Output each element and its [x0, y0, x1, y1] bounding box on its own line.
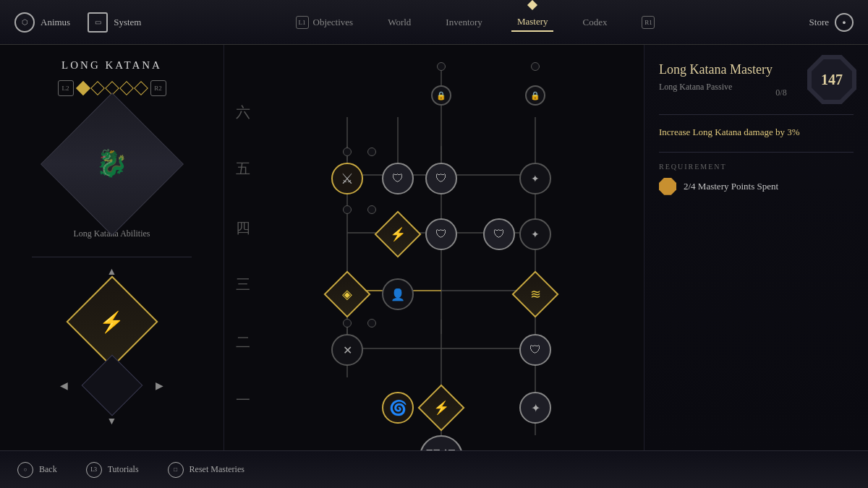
row-label-5: 五	[236, 159, 250, 179]
node-4-right2[interactable]: ✦	[519, 218, 551, 250]
node-4-small-2[interactable]	[367, 205, 376, 214]
node-4-right1[interactable]: 🛡	[483, 218, 515, 250]
reset-icon: □	[168, 462, 184, 478]
panel-description: Increase Long Katana damage by 3%	[659, 125, 854, 140]
node-5-center[interactable]: 🛡	[425, 163, 457, 194]
l1-badge: L1	[296, 16, 309, 29]
divider-1	[659, 114, 854, 115]
ability-diamond-small	[81, 355, 142, 416]
active-indicator	[527, 0, 537, 10]
weapon-title: LONG KATANA	[61, 59, 162, 72]
tutorials-label: Tutorials	[108, 464, 139, 475]
hex-inner: 147	[812, 59, 852, 100]
tutorials-action[interactable]: L3 Tutorials	[86, 462, 139, 478]
tree-container: 六 五 四 三 二 一 🔒 🔒 ⚔ 🛡	[224, 45, 644, 450]
r2-badge: R2	[150, 80, 166, 96]
right-panel: 147 Long Katana Mastery Long Katana Pass…	[644, 45, 868, 450]
reset-label: Reset Masteries	[190, 464, 244, 475]
nav-right: Store ●	[809, 13, 854, 32]
back-icon: ○	[17, 462, 33, 478]
row-label-4: 四	[236, 218, 250, 238]
nav-inventory[interactable]: Inventory	[440, 14, 488, 31]
animus-menu[interactable]: ⬡ Animus	[14, 12, 70, 33]
arrow-left[interactable]: ◀	[56, 377, 73, 394]
panel-title: Long Katana Mastery	[659, 62, 787, 77]
mastery-dot-5	[134, 81, 148, 95]
node-1-center[interactable]: ⚡	[425, 391, 458, 424]
row-label-3: 三	[236, 275, 250, 294]
nav-codex[interactable]: Codex	[576, 14, 613, 31]
mastery-dot-2	[90, 81, 105, 95]
row-label-6: 六	[236, 103, 250, 122]
mastery-count-badge: 147	[807, 55, 856, 104]
tutorials-icon: L3	[86, 462, 102, 478]
animus-label: Animus	[41, 17, 70, 28]
node-4-center[interactable]: 🛡	[425, 218, 457, 250]
top-navigation: ⬡ Animus ▭ System L1 Objectives World In…	[0, 0, 868, 45]
back-label: Back	[39, 464, 57, 475]
panel-progress: 0/8	[775, 87, 786, 98]
skill-tree: 六 五 四 三 二 一 🔒 🔒 ⚔ 🛡	[224, 45, 644, 450]
r1-badge: R1	[642, 16, 655, 29]
node-3-right[interactable]: ≋	[519, 278, 552, 311]
node-4-small-1[interactable]	[343, 205, 352, 214]
nav-left: ⬡ Animus ▭ System	[14, 12, 141, 33]
node-1-left[interactable]: 🌀	[382, 392, 414, 424]
node-5-left-small-1[interactable]	[343, 147, 352, 156]
weapon-image: 🐉	[54, 106, 170, 221]
ability-icon: ⚡	[99, 310, 124, 334]
reset-action[interactable]: □ Reset Masteries	[168, 462, 244, 478]
animus-icon: ⬡	[14, 12, 35, 33]
node-4-left[interactable]: ⚡	[381, 218, 414, 251]
req-item: 2/4 Mastery Points Spent	[659, 178, 854, 195]
node-2-right[interactable]: 🛡	[519, 334, 551, 366]
store-icon: ●	[835, 13, 854, 32]
nav-mastery[interactable]: Mastery	[511, 13, 554, 32]
system-menu[interactable]: ▭ System	[88, 12, 141, 33]
ability-showcase[interactable]: ⚡	[76, 286, 148, 358]
req-hex-icon	[659, 178, 676, 195]
node-2-small-2[interactable]	[367, 319, 376, 328]
node-5-left-small-2[interactable]	[367, 147, 376, 156]
left-panel: LONG KATANA L2 R2 🐉 Long Katana Abilitie…	[0, 45, 224, 450]
node-6-right[interactable]	[531, 62, 540, 71]
nav-world[interactable]: World	[382, 14, 417, 31]
nav-center: L1 Objectives World Inventory Mastery Co…	[141, 13, 809, 32]
nav-objectives[interactable]: L1 Objectives	[290, 13, 359, 32]
node-2-left[interactable]: ✕	[331, 334, 363, 366]
panel-subtitle: Long Katana Passive	[659, 82, 732, 93]
back-action[interactable]: ○ Back	[17, 462, 57, 478]
node-2-small-1[interactable]	[343, 319, 352, 328]
node-1-right[interactable]: ✦	[519, 392, 551, 424]
node-6-center[interactable]	[437, 62, 446, 71]
system-icon: ▭	[88, 12, 108, 33]
bottom-bar: ○ Back L3 Tutorials □ Reset Masteries	[0, 450, 868, 488]
req-text: 2/4 Mastery Points Spent	[684, 181, 778, 192]
node-3-left[interactable]: ◈	[331, 278, 364, 311]
system-label: System	[114, 17, 141, 28]
row-label-2: 二	[236, 333, 250, 352]
mastery-dot-4	[119, 81, 134, 95]
mastery-dot-1	[76, 81, 90, 95]
weapon-emoji: 🐉	[95, 148, 128, 179]
node-5-left[interactable]: ⚔	[331, 163, 363, 194]
arrow-right[interactable]: ▶	[151, 377, 169, 394]
store-button[interactable]: Store ●	[809, 13, 854, 32]
base-node[interactable]: 習得	[420, 435, 463, 450]
row-label-1: 一	[236, 390, 250, 410]
node-lock-center[interactable]: 🔒	[431, 85, 451, 106]
node-5-center-left[interactable]: 🛡	[382, 163, 414, 194]
divider-2	[659, 152, 854, 153]
separator	[32, 257, 192, 257]
node-5-right[interactable]: ✦	[519, 163, 551, 194]
node-3-center-left[interactable]: 👤	[382, 278, 414, 310]
req-label: REQUIREMENT	[659, 163, 854, 171]
node-lock-right[interactable]: 🔒	[525, 85, 545, 106]
hex-outer: 147	[807, 55, 856, 104]
r1-badge-nav: R1	[636, 13, 660, 32]
l2-badge: L2	[58, 80, 74, 96]
percent-value: 3%	[787, 127, 799, 137]
